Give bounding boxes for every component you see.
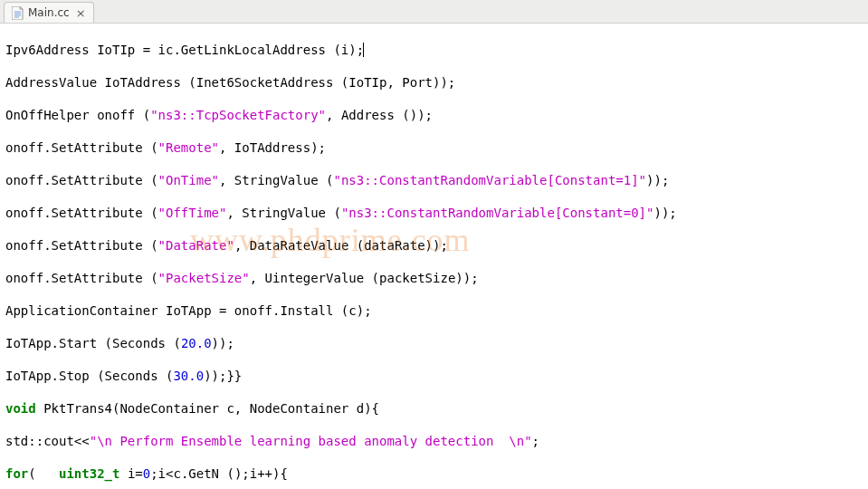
- close-icon[interactable]: ×: [76, 7, 86, 19]
- code-editor[interactable]: Ipv6Address IoTIp = ic.GetLinkLocalAddre…: [0, 24, 868, 489]
- code-line: Ipv6Address IoTIp = ic.GetLinkLocalAddre…: [5, 42, 863, 58]
- code-line: OnOffHelper onoff ("ns3::TcpSocketFactor…: [5, 107, 863, 123]
- tab-main-cc[interactable]: Main.cc ×: [4, 2, 94, 23]
- text-cursor: [363, 43, 364, 57]
- tab-filename: Main.cc: [28, 6, 70, 19]
- code-line: onoff.SetAttribute ("OnTime", StringValu…: [5, 172, 863, 188]
- code-line: IoTApp.Stop (Seconds (30.0));}}: [5, 368, 863, 384]
- tab-bar: Main.cc ×: [0, 0, 868, 24]
- code-line: for( uint32_t i=0;i<c.GetN ();i++){: [5, 465, 863, 482]
- file-icon: [12, 6, 24, 20]
- code-line: onoff.SetAttribute ("Remote", IoTAddress…: [5, 139, 863, 156]
- code-line: onoff.SetAttribute ("DataRate", DataRate…: [5, 237, 863, 254]
- code-line: AddressValue IoTAddress (Inet6SocketAddr…: [5, 74, 863, 91]
- code-line: void PktTrans4(NodeContainer c, NodeCont…: [5, 400, 863, 417]
- code-line: std::cout<<"\n Perform Ensemble learning…: [5, 433, 863, 449]
- code-line: onoff.SetAttribute ("OffTime", StringVal…: [5, 205, 863, 221]
- code-line: IoTApp.Start (Seconds (20.0));: [5, 335, 863, 351]
- code-line: ApplicationContainer IoTApp = onoff.Inst…: [5, 302, 863, 319]
- code-line: onoff.SetAttribute ("PacketSize", Uinteg…: [5, 270, 863, 286]
